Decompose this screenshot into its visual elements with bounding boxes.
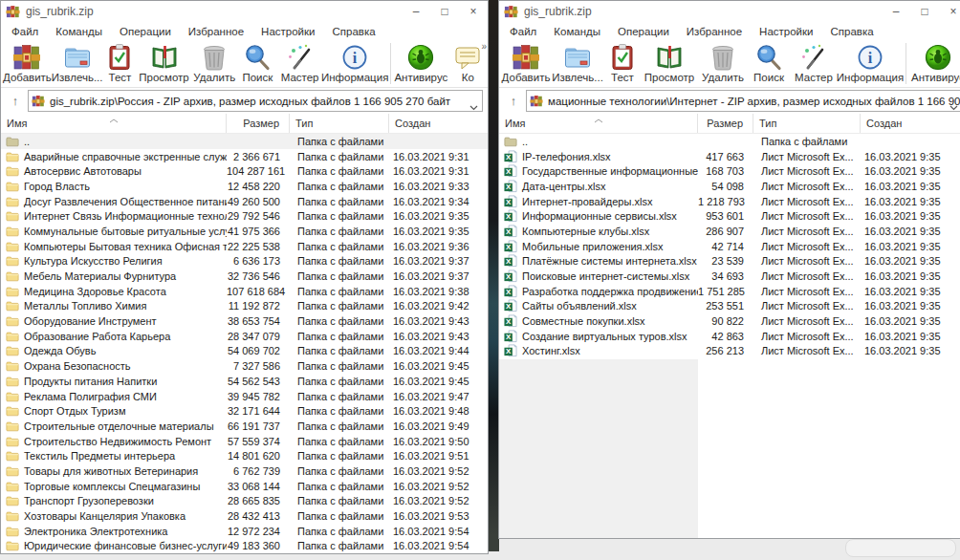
toolbar-button-view[interactable]: Просмотр [137, 40, 190, 87]
file-row[interactable]: XДата-центры.xlsx54 098Лист Microsoft Ex… [499, 179, 960, 194]
toolbar-button-view[interactable]: Просмотр [641, 40, 698, 87]
toolbar-button-add-archive[interactable]: Добавить [3, 40, 52, 87]
toolbar-button-antivirus[interactable]: Антивирус [909, 40, 960, 87]
file-row[interactable]: ..Папка с файлами [1, 134, 488, 149]
toolbar-button-wizard[interactable]: Мастер [790, 40, 838, 87]
file-row[interactable]: Строительство Недвижимость Ремонт57 559 … [1, 434, 488, 449]
menu-item-операции[interactable]: Операции [609, 26, 678, 37]
column-header-created[interactable]: Создан [389, 114, 488, 133]
file-row[interactable]: Досуг Развлечения Общественное питание49… [1, 194, 488, 209]
address-bar[interactable]: мационные технологии\Интернет - ZIP архи… [526, 90, 960, 112]
menu-item-файл[interactable]: Файл [501, 26, 545, 37]
file-row[interactable]: XПоисковые интернет-системы.xlsx34 693Ли… [499, 269, 960, 284]
file-row[interactable]: Спорт Отдых Туризм32 171 644Папка с файл… [1, 403, 488, 419]
menu-item-команды[interactable]: Команды [47, 26, 111, 37]
file-row[interactable]: Медицина Здоровье Красота107 618 684Папк… [1, 284, 488, 299]
toolbar-button-delete[interactable]: Удалить [698, 40, 748, 87]
file-row[interactable]: Коммунальные бытовые ритуальные услуги41… [1, 224, 488, 239]
svg-text:X: X [506, 333, 512, 341]
address-dropdown-icon[interactable] [949, 97, 958, 112]
column-header-type[interactable]: Тип [753, 114, 861, 133]
column-header-type[interactable]: Тип [290, 114, 389, 133]
toolbar-button-antivirus[interactable]: Антивирус [394, 40, 447, 87]
column-header-name[interactable]: Имя [1, 114, 227, 133]
column-header-size[interactable]: Размер [698, 114, 753, 133]
svg-text:i: i [353, 50, 358, 66]
close-button[interactable]: × [459, 1, 488, 22]
menu-item-команды[interactable]: Команды [545, 26, 609, 37]
menu-item-справка[interactable]: Справка [323, 26, 383, 37]
file-row[interactable]: Реклама Полиграфия СМИ39 945 782Папка с … [1, 389, 488, 404]
toolbar-button-search[interactable]: Поиск [748, 40, 790, 87]
file-row[interactable]: Аварийные справочные экстренные службы2 … [1, 149, 488, 164]
file-row[interactable]: Металлы Топливо Химия11 192 872Папка с ф… [1, 299, 488, 314]
close-button[interactable]: × [939, 1, 960, 22]
titlebar[interactable]: gis_rubrik.zip – □ × [1, 1, 488, 22]
menu-item-настройки[interactable]: Настройки [252, 26, 323, 37]
toolbar-button-extract[interactable]: Извлечь... [52, 40, 103, 87]
toolbar-button-add-archive[interactable]: Добавить [501, 40, 551, 87]
file-row[interactable]: XIP-телефония.xlsx417 663Лист Microsoft … [499, 149, 960, 164]
file-row[interactable]: XПлатёжные системы интернета.xlsx23 539Л… [499, 254, 960, 269]
file-row[interactable]: Продукты питания Напитки54 562 543Папка … [1, 374, 488, 389]
file-row[interactable]: Компьютеры Бытовая техника Офисная техни… [1, 239, 488, 254]
maximize-button[interactable]: □ [910, 1, 939, 22]
menu-item-файл[interactable]: Файл [3, 26, 47, 37]
file-row[interactable]: XРазработка поддержка продвижение ...1 7… [499, 284, 960, 299]
up-button[interactable]: ↑ [501, 91, 526, 112]
toolbar-button-test[interactable]: Тест [604, 40, 641, 87]
toolbar-overflow-icon[interactable]: » [481, 41, 486, 52]
file-row[interactable]: Одежда Обувь54 069 702Папка с файлами16.… [1, 344, 488, 359]
file-row[interactable]: XСоздание виртуальных туров.xlsx42 863Ли… [499, 329, 960, 344]
file-row[interactable]: XХостинг.xlsx256 213Лист Microsoft Ex...… [499, 344, 960, 359]
menu-item-настройки[interactable]: Настройки [751, 26, 821, 37]
toolbar-button-test[interactable]: Тест [103, 40, 138, 87]
menu-item-справка[interactable]: Справка [821, 26, 882, 37]
file-row[interactable]: XКомпьютерные клубы.xlsx286 907Лист Micr… [499, 224, 960, 239]
file-row[interactable]: Строительные отделочные материалы66 191 … [1, 419, 488, 434]
file-row[interactable]: Электроника Электротехника12 972 234Папк… [1, 524, 488, 539]
file-row[interactable]: Текстиль Предметы интерьера14 801 620Пап… [1, 448, 488, 463]
maximize-button[interactable]: □ [430, 1, 459, 22]
file-row[interactable]: XГосударственные информационные с...168 … [499, 163, 960, 179]
file-row[interactable]: Интернет Связь Информационные технологии… [1, 208, 488, 224]
file-row[interactable]: Автосервис Автотовары104 287 161Папка с … [1, 163, 488, 179]
menu-item-операции[interactable]: Операции [111, 26, 180, 37]
file-row[interactable]: Культура Искусство Религия6 636 173Папка… [1, 254, 488, 269]
file-row[interactable]: XСовместные покупки.xlsx90 822Лист Micro… [499, 313, 960, 329]
file-row[interactable]: Охрана Безопасность7 327 586Папка с файл… [1, 358, 488, 374]
column-header-name[interactable]: Имя [499, 114, 698, 133]
address-bar[interactable]: gis_rubrik.zip\Россия - ZIP архив, разме… [28, 90, 483, 112]
winrar-window-left: gis_rubrik.zip – □ × ФайлКомандыОперации… [0, 0, 489, 554]
minimize-button[interactable]: – [882, 1, 910, 22]
file-row[interactable]: Товары для животных Ветеринария6 762 739… [1, 463, 488, 479]
file-row[interactable]: Юридические финансовые бизнес-услуги49 1… [1, 539, 488, 554]
address-dropdown-icon[interactable] [469, 97, 478, 112]
file-row[interactable]: Город Власть12 458 220Папка с файлами16.… [1, 179, 488, 194]
minimize-button[interactable]: – [402, 1, 430, 22]
menu-item-избранное[interactable]: Избранное [180, 26, 252, 37]
toolbar-button-extract[interactable]: Извлечь... [551, 40, 604, 87]
file-row[interactable]: Торговые комплексы Спецмагазины33 068 14… [1, 479, 488, 494]
up-button[interactable]: ↑ [3, 91, 28, 112]
file-row[interactable]: Оборудование Инструмент38 653 754Папка с… [1, 313, 488, 329]
toolbar-button-wizard[interactable]: Мастер [277, 40, 322, 87]
file-row[interactable]: Образование Работа Карьера28 347 079Папк… [1, 329, 488, 344]
menu-item-избранное[interactable]: Избранное [678, 26, 751, 37]
titlebar[interactable]: gis_rubrik.zip – □ × [499, 1, 960, 22]
toolbar-button-delete[interactable]: Удалить [191, 40, 238, 87]
file-row[interactable]: XИнформационные сервисы.xlsx953 601Лист … [499, 208, 960, 224]
file-row[interactable]: Хозтовары Канцелярия Упаковка28 432 413П… [1, 508, 488, 524]
column-header-created[interactable]: Создан [861, 114, 960, 133]
file-row[interactable]: Мебель Материалы Фурнитура32 736 546Папк… [1, 269, 488, 284]
toolbar-button-info[interactable]: iИнформация [838, 40, 903, 87]
file-row[interactable]: XИнтернет-провайдеры.xlsx1 218 793Лист M… [499, 194, 960, 209]
toolbar-button-info[interactable]: iИнформация [322, 40, 387, 87]
file-row[interactable]: Транспорт Грузоперевозки28 665 835Папка … [1, 494, 488, 509]
file-row[interactable]: XСайты объявлений.xlsx253 551Лист Micros… [499, 299, 960, 314]
file-row[interactable]: XМобильные приложения.xlsx42 714Лист Mic… [499, 239, 960, 254]
file-row[interactable]: ..Папка с файлами [499, 134, 960, 149]
column-header-size[interactable]: Размер [227, 114, 290, 133]
toolbar-button-search[interactable]: Поиск [238, 40, 277, 87]
toolbar-button-label: Ко [462, 72, 474, 83]
